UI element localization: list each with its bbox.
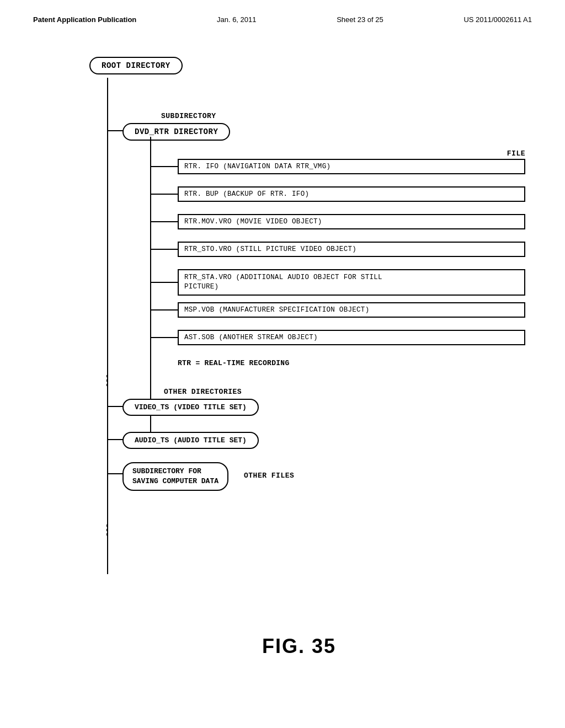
file-box-sta-vro-text: RTR_STA.VRO (ADDITIONAL AUDIO OBJECT FOR… (184, 274, 382, 291)
other-files-label: OTHER FILES (244, 472, 294, 480)
sheet-label: Sheet 23 of 25 (337, 15, 383, 24)
subdir-box-line2: SAVING COMPUTER DATA (132, 477, 218, 485)
date-label: Jan. 6, 2011 (217, 15, 257, 24)
root-directory-box: ROOT DIRECTORY (89, 57, 183, 74)
file-box-sto-vro: RTR_STO.VRO (STILL PICTURE VIDEO OBJECT) (178, 242, 525, 257)
dashed-break-2 (106, 524, 108, 537)
audio-ts-box: AUDIO_TS (AUDIO TITLE SET) (122, 432, 259, 449)
file-box-bup: RTR. BUP (BACKUP OF RTR. IFO) (178, 186, 525, 202)
root-vertical-line (107, 78, 108, 574)
video-ts-box: VIDEO_TS (VIDEO TITLE SET) (122, 399, 259, 416)
other-directories-label: OTHER DIRECTORIES (164, 388, 242, 396)
file-box-ifo: RTR. IFO (NAVIGATION DATA RTR_VMG) (178, 159, 525, 174)
file-label: FILE (507, 149, 525, 158)
rtr-note: RTR = REAL-TIME RECORDING (178, 359, 290, 367)
horiz-line-subdir-computer (107, 473, 124, 474)
patent-number-label: US 2011/0002611 A1 (463, 15, 532, 24)
subdirectory-label: SUBDIRECTORY (161, 112, 216, 120)
hline-file-7 (150, 337, 178, 338)
dashed-break-1 (106, 375, 108, 387)
hline-file-3 (150, 221, 178, 222)
file-box-msp-vob: MSP.VOB (MANUFACTURER SPECIFICATION OBJE… (178, 302, 525, 318)
publication-label: Patent Application Publication (33, 15, 136, 24)
hline-file-1 (150, 166, 178, 167)
hline-file-6 (150, 309, 178, 311)
file-box-ast-sob: AST.SOB (ANOTHER STREAM OBJECT) (178, 330, 525, 345)
subdir-box-line1: SUBDIRECTORY FOR (132, 467, 201, 475)
hline-file-2 (150, 194, 178, 195)
figure-label: FIG. 35 (262, 635, 336, 658)
horiz-line-audio-ts (107, 439, 124, 440)
horiz-line-dvd-rtr (107, 130, 124, 131)
file-box-mov-vro: RTR.MOV.VRO (MOVIE VIDEO OBJECT) (178, 214, 525, 229)
dvd-rtr-box: DVD_RTR DIRECTORY (122, 123, 230, 141)
hline-file-5 (150, 282, 178, 283)
file-box-sta-vro: RTR_STA.VRO (ADDITIONAL AUDIO OBJECT FOR… (178, 269, 525, 296)
horiz-line-video-ts (107, 406, 124, 407)
hline-file-4 (150, 249, 178, 250)
subdir-computer-box: SUBDIRECTORY FOR SAVING COMPUTER DATA (122, 462, 228, 491)
